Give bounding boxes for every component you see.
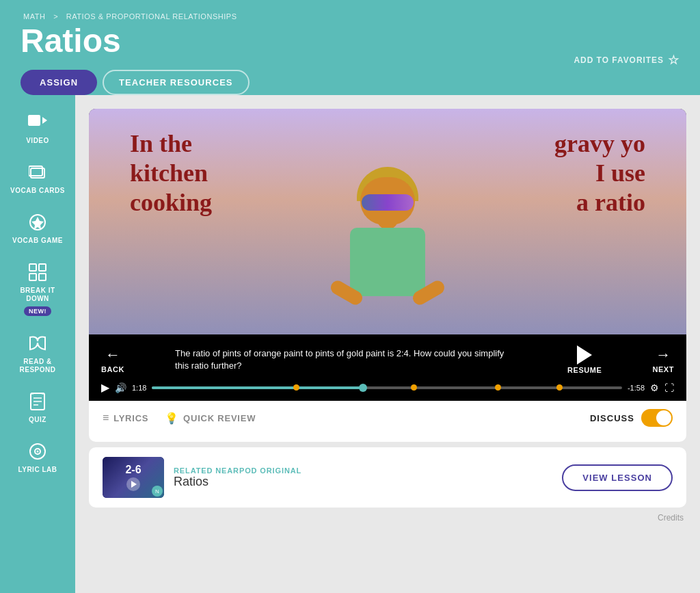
- fullscreen-icon[interactable]: ⛶: [664, 382, 674, 393]
- back-arrow-icon: ←: [105, 346, 120, 364]
- char-arm-left: [328, 278, 364, 307]
- char-arm-right: [410, 278, 446, 307]
- related-thumbnail: 2-6 N: [103, 457, 164, 498]
- current-time: 1:18: [132, 384, 146, 392]
- resume-play-icon[interactable]: [577, 345, 592, 365]
- teacher-resources-button[interactable]: TEACHER RESOURCES: [103, 70, 249, 95]
- vocab-cards-icon: [27, 161, 49, 183]
- video-scene: In thekitchencooking gravy yoI usea rati…: [89, 109, 686, 334]
- progress-marker-4: [556, 384, 563, 391]
- quiz-icon: [27, 391, 49, 412]
- svg-marker-1: [42, 117, 47, 124]
- sidebar: VIDEO VOCAB CARDS VOCAB GAME BREAK ITDOW…: [0, 95, 75, 593]
- sidebar-label-video: VIDEO: [26, 137, 49, 145]
- main-layout: VIDEO VOCAB CARDS VOCAB GAME BREAK ITDOW…: [0, 95, 700, 593]
- content-area: In thekitchencooking gravy yoI usea rati…: [75, 95, 700, 593]
- credits-area: Credits: [89, 508, 686, 524]
- svg-marker-5: [31, 217, 44, 229]
- lyrics-icon: ≡: [103, 412, 109, 424]
- breadcrumb: MATH > RATIOS & PROPORTIONAL RELATIONSHI…: [21, 12, 679, 21]
- back-button[interactable]: ← BACK: [101, 346, 124, 373]
- sidebar-item-quiz[interactable]: QUIZ: [0, 381, 75, 431]
- sidebar-label-read-respond: READ &RESPOND: [20, 358, 56, 374]
- break-it-down-icon: [27, 261, 49, 283]
- sidebar-label-vocab-game: VOCAB GAME: [12, 237, 63, 245]
- quick-review-tab[interactable]: 💡 QUICK REVIEW: [165, 412, 256, 425]
- character: [319, 177, 456, 334]
- sidebar-label-lyric-lab: LYRIC LAB: [18, 466, 57, 474]
- page-title: Ratios: [21, 25, 250, 57]
- sidebar-item-vocab-game[interactable]: VOCAB GAME: [0, 202, 75, 252]
- svg-point-18: [37, 451, 39, 453]
- quick-review-label: QUICK REVIEW: [183, 413, 256, 423]
- new-badge: NEW!: [24, 306, 51, 316]
- view-lesson-button[interactable]: VIEW LESSON: [562, 464, 673, 491]
- lyric-lab-icon: [27, 440, 49, 462]
- video-card: In thekitchencooking gravy yoI usea rati…: [89, 109, 686, 442]
- thumb-number: 2-6: [125, 464, 141, 476]
- related-section: 2-6 N RELATED NEARPOD ORIGINAL Ratios VI…: [89, 447, 686, 508]
- svg-rect-0: [28, 115, 40, 126]
- char-glasses: [362, 194, 414, 211]
- resume-area: RESUME: [567, 345, 602, 374]
- svg-rect-6: [29, 264, 36, 271]
- breadcrumb-section: RATIOS & PROPORTIONAL RELATIONSHIPS: [66, 12, 237, 21]
- back-label: BACK: [101, 365, 124, 373]
- char-body: [350, 228, 425, 296]
- assign-button[interactable]: ASSIGN: [21, 70, 97, 95]
- next-button[interactable]: → NEXT: [652, 346, 674, 373]
- video-container: In thekitchencooking gravy yoI usea rati…: [89, 109, 686, 401]
- favorites-label: ADD TO FAVORITES: [574, 55, 664, 65]
- star-icon: ☆: [668, 53, 679, 68]
- sidebar-label-break-it-down: BREAK ITDOWN: [20, 287, 55, 303]
- add-to-favorites-button[interactable]: ADD TO FAVORITES ☆: [574, 53, 679, 68]
- char-head: [360, 177, 415, 225]
- related-tag: RELATED NEARPOD ORIGINAL: [174, 466, 301, 475]
- related-thumb-inner: 2-6 N: [103, 457, 164, 498]
- nearpod-badge: N: [152, 486, 163, 497]
- resume-label: RESUME: [567, 366, 602, 374]
- scene-text-left: In thekitchencooking: [130, 129, 212, 218]
- vocab-game-icon: [27, 211, 49, 233]
- sidebar-item-read-respond[interactable]: READ &RESPOND: [0, 323, 75, 381]
- related-info: 2-6 N RELATED NEARPOD ORIGINAL Ratios: [103, 457, 301, 498]
- svg-rect-8: [29, 274, 36, 280]
- sidebar-item-lyric-lab[interactable]: LYRIC LAB: [0, 431, 75, 481]
- caption-text: The ratio of pints of orange paint to pi…: [175, 347, 517, 372]
- quick-review-icon: 💡: [165, 412, 179, 425]
- svg-rect-9: [39, 274, 46, 280]
- progress-marker-1: [293, 384, 299, 391]
- sidebar-item-video[interactable]: VIDEO: [0, 102, 75, 152]
- control-bar: ← BACK The ratio of pints of orange pain…: [89, 334, 686, 401]
- play-button[interactable]: ▶: [101, 381, 109, 394]
- next-arrow-icon: →: [656, 346, 671, 364]
- lyrics-tab[interactable]: ≡ LYRICS: [103, 412, 148, 424]
- volume-icon[interactable]: 🔊: [115, 382, 126, 393]
- credits-label[interactable]: Credits: [658, 513, 684, 523]
- sidebar-item-vocab-cards[interactable]: VOCAB CARDS: [0, 152, 75, 202]
- discuss-label: DISCUSS: [590, 413, 634, 423]
- sidebar-item-break-it-down[interactable]: BREAK ITDOWN NEW!: [0, 252, 75, 323]
- thumb-play-icon: [126, 477, 140, 491]
- time-remaining: -1:58: [628, 384, 645, 392]
- sidebar-label-vocab-cards: VOCAB CARDS: [10, 187, 65, 195]
- header: MATH > RATIOS & PROPORTIONAL RELATIONSHI…: [0, 0, 700, 95]
- thumb-play-triangle: [131, 481, 137, 488]
- progress-marker-2: [411, 384, 417, 391]
- progress-thumb: [359, 384, 367, 392]
- toggle-knob: [656, 410, 671, 425]
- discuss-toggle[interactable]: [641, 409, 673, 427]
- next-label: NEXT: [652, 365, 674, 373]
- video-icon: [27, 111, 49, 133]
- related-title: Ratios: [174, 475, 301, 489]
- progress-bar[interactable]: [152, 386, 622, 389]
- read-respond-icon: [27, 332, 49, 354]
- settings-icon[interactable]: ⚙: [650, 382, 659, 393]
- related-text-area: RELATED NEARPOD ORIGINAL Ratios: [174, 466, 301, 489]
- progress-filled: [152, 386, 363, 389]
- progress-marker-3: [495, 384, 501, 391]
- breadcrumb-separator: >: [53, 12, 58, 21]
- svg-rect-7: [39, 264, 46, 271]
- scene-text-right: gravy yoI usea ratio: [554, 129, 645, 218]
- discuss-area: DISCUSS: [590, 409, 673, 427]
